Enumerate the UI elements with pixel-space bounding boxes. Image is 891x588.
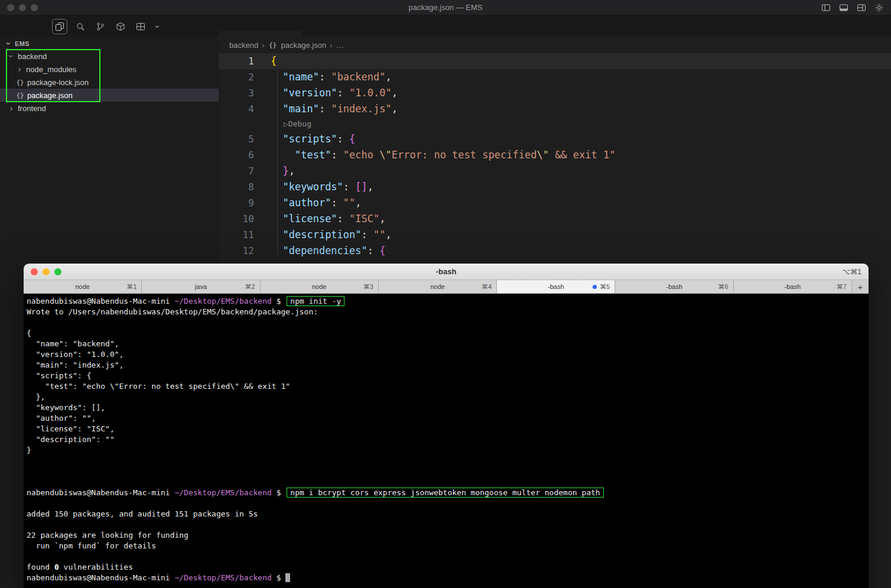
explorer-section-header[interactable]: › EMS xyxy=(0,38,219,50)
terminal-tab-node[interactable]: node⌘3 xyxy=(261,280,379,293)
zoom-window-button[interactable] xyxy=(31,4,38,11)
chevron-down-icon[interactable]: › xyxy=(154,22,162,31)
terminal-tab-node[interactable]: node⌘4 xyxy=(379,280,497,293)
terminal-line: found 0 vulnerabilities xyxy=(27,562,866,573)
terminal-text: nabendubiswas@Nabendus-Mac-mini xyxy=(27,297,174,306)
toggle-sidebar-icon[interactable] xyxy=(821,3,831,12)
terminal-text: "version": "1.0.0", xyxy=(27,350,123,359)
tree-item-frontend[interactable]: ›frontend xyxy=(0,102,219,115)
terminal-line: added 150 packages, and audited 151 pack… xyxy=(27,509,866,519)
chevron-right-icon: › xyxy=(262,41,264,50)
terminal-line: "keywords": [], xyxy=(27,402,866,413)
customize-layout-icon[interactable] xyxy=(857,3,866,12)
new-tab-button[interactable]: + xyxy=(852,280,869,293)
highlighted-command: npm i bcrypt cors express jsonwebtoken m… xyxy=(287,488,603,498)
terminal-line xyxy=(27,498,866,509)
terminal-tab-bash[interactable]: -bash⌘5 xyxy=(497,280,615,293)
terminal-line xyxy=(27,456,866,466)
highlighted-command: npm init -y xyxy=(287,296,344,306)
terminal-line: "version": "1.0.0", xyxy=(27,349,866,360)
terminal-tab-label: node xyxy=(430,283,444,290)
terminal-titlebar[interactable]: -bash ⌥⌘1 xyxy=(24,264,869,280)
terminal-tab-bash[interactable]: -bash⌘6 xyxy=(615,280,733,293)
code-line: 2 "name": "backend", xyxy=(219,69,891,85)
terminal-line xyxy=(27,477,866,488)
terminal-line: "author": "", xyxy=(27,413,866,424)
tree-item-node_modules[interactable]: ›node_modules xyxy=(0,63,219,76)
code-line: 6 "test": "echo \"Error: no test specifi… xyxy=(219,147,891,163)
code-text: "description": "", xyxy=(254,227,392,243)
tree-item-package.json[interactable]: {}package.json xyxy=(0,89,219,102)
terminal-text: $ xyxy=(272,297,285,306)
terminal-tab-shortcut: ⌘5 xyxy=(600,283,610,291)
terminal-tab-label: -bash xyxy=(666,283,682,290)
zoom-window-button[interactable] xyxy=(54,268,61,275)
tree-item-backend[interactable]: ›backend xyxy=(0,50,219,63)
terminal-text: Wrote to /Users/nabendubiswas/Desktop/EM… xyxy=(27,307,318,316)
terminal-tab-label: java xyxy=(195,283,207,290)
search-icon[interactable] xyxy=(73,20,87,34)
terminal-line: Wrote to /Users/nabendubiswas/Desktop/EM… xyxy=(27,307,866,317)
breadcrumb-item[interactable]: package.json xyxy=(281,41,327,50)
chevron-down-icon: › xyxy=(5,40,13,48)
chevron-right-icon: › xyxy=(7,104,15,112)
terminal-tab-java[interactable]: java⌘2 xyxy=(142,280,260,293)
sidebar-toolbar: › xyxy=(52,19,162,34)
terminal-tab-shortcut: ⌘1 xyxy=(126,283,136,291)
codelens-debug[interactable]: ▷Debug xyxy=(219,117,891,131)
terminal-tab-bash[interactable]: -bash⌘7 xyxy=(734,280,852,293)
code-line: 4 "main": "index.js", xyxy=(219,101,891,117)
window-title: package.json — EMS xyxy=(408,3,482,12)
grid-icon[interactable] xyxy=(134,20,148,34)
code-line: 10 "license": "ISC", xyxy=(219,211,891,227)
terminal-text: vulnerabilities xyxy=(59,563,133,571)
code-text: "license": "ISC", xyxy=(254,211,386,227)
source-control-icon[interactable] xyxy=(93,20,108,34)
settings-gear-icon[interactable] xyxy=(874,3,884,12)
codelens-label: Debug xyxy=(288,119,311,128)
line-number: 12 xyxy=(219,243,254,259)
tree-item-label: backend xyxy=(18,52,47,61)
tree-item-label: package-lock.json xyxy=(27,78,89,87)
terminal-line xyxy=(27,317,866,328)
line-number: 1 xyxy=(219,53,254,69)
breadcrumb: backend › {} package.json › … xyxy=(219,37,891,53)
code-line: 5 "scripts": { xyxy=(219,131,891,147)
terminal-line xyxy=(27,466,866,477)
minimize-window-button[interactable] xyxy=(43,268,50,275)
minimize-window-button[interactable] xyxy=(19,4,26,11)
terminal-line: "scripts": { xyxy=(27,371,866,381)
prompt-path: ~/Desktop/EMS/backend xyxy=(174,488,271,497)
breadcrumb-item[interactable]: backend xyxy=(229,41,258,50)
json-file-icon: {} xyxy=(268,41,278,49)
terminal-tab-shortcut: ⌘2 xyxy=(245,283,255,291)
terminal-line: } xyxy=(27,445,866,456)
tree-item-label: package.json xyxy=(27,91,73,100)
code-text: "dependencies": { xyxy=(254,243,386,259)
terminal-tab-label: node xyxy=(75,283,89,290)
terminal-body[interactable]: nabendubiswas@Nabendus-Mac-mini ~/Deskto… xyxy=(24,294,869,588)
code-text: { xyxy=(254,53,277,69)
file-tree: ›backend›node_modules{}package-lock.json… xyxy=(0,50,219,115)
line-number: 6 xyxy=(219,147,254,163)
toggle-panel-icon[interactable] xyxy=(839,3,848,12)
close-window-button[interactable] xyxy=(7,4,14,11)
package-icon[interactable] xyxy=(113,20,128,34)
terminal-text: "author": "", xyxy=(27,414,96,423)
terminal-line: nabendubiswas@Nabendus-Mac-mini ~/Deskto… xyxy=(27,573,866,583)
terminal-window: -bash ⌥⌘1 node⌘1java⌘2node⌘3node⌘4-bash⌘… xyxy=(24,264,869,588)
code-line: 1{ xyxy=(219,53,891,69)
breadcrumb-item[interactable]: … xyxy=(336,41,343,50)
line-number: 7 xyxy=(219,163,254,179)
terminal-tab-label: node xyxy=(312,283,326,290)
tree-item-package-lock.json[interactable]: {}package-lock.json xyxy=(0,76,219,89)
terminal-title: -bash xyxy=(436,267,457,276)
terminal-tab-node[interactable]: node⌘1 xyxy=(24,280,142,293)
json-file-icon: {} xyxy=(15,92,25,99)
close-window-button[interactable] xyxy=(31,268,38,275)
vscode-titlebar: package.json — EMS xyxy=(0,0,891,15)
code-line: 8 "keywords": [], xyxy=(219,179,891,195)
indent-guide xyxy=(277,69,278,259)
terminal-line: { xyxy=(27,328,866,339)
files-icon[interactable] xyxy=(52,19,67,34)
